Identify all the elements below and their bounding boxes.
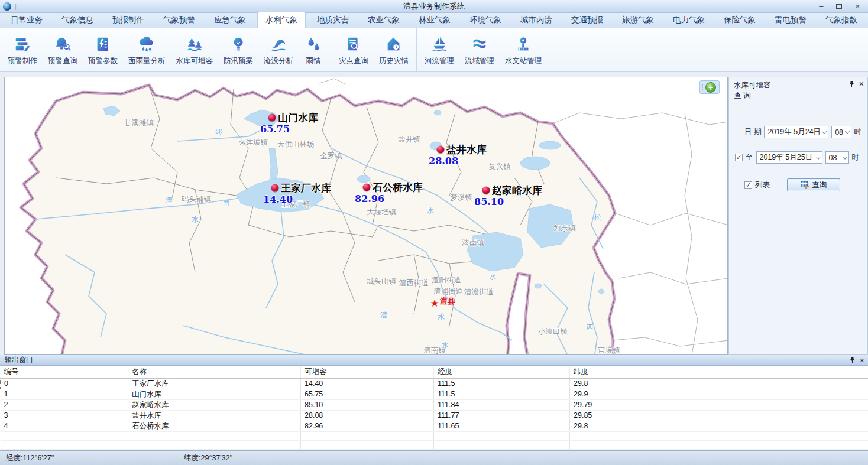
menu-tab-预报制作[interactable]: 预报制作: [105, 12, 152, 28]
disaster-point-query-button[interactable]: 灾点查询: [333, 28, 374, 71]
restore-button[interactable]: [836, 4, 842, 9]
window-title: 澧县业务制作系统: [0, 1, 868, 12]
reservoir-marker-盐井水库[interactable]: [437, 146, 445, 154]
hour-to-select[interactable]: 08: [825, 151, 849, 164]
menu-tab-气象信息[interactable]: 气象信息: [54, 12, 101, 28]
reservoir-name-赵家峪水库: 赵家峪水库: [492, 184, 542, 197]
map-canvas[interactable]: 甘溪滩镇火连坡镇天供山林场金罗镇盐井镇复兴镇码头铺镇王家厂镇大堰垱镇梦溪镇涔南镇…: [4, 77, 728, 355]
table-cell: [1, 440, 128, 449]
table-cell: 28.08: [301, 410, 434, 421]
list-checkbox[interactable]: ✓: [744, 181, 752, 189]
drag-grip-icon: [702, 84, 703, 90]
river-label: 澧: [166, 196, 173, 206]
panel-title: 水库可增容: [734, 80, 771, 90]
reservoir-marker-赵家峪水库[interactable]: [482, 187, 490, 194]
toolbar-group: 预警制作预警查询预警参数面雨量分析水库可增容防汛预案淹没分析雨情: [0, 28, 331, 71]
table-row[interactable]: 1山门水库65.75111.529.9: [1, 389, 868, 399]
to-checkbox[interactable]: ✓: [735, 154, 743, 161]
river-label: 澧: [380, 310, 387, 320]
table-cell: 85.10: [301, 399, 434, 410]
table-cell: [1, 431, 128, 440]
hour-from-select[interactable]: 08: [831, 126, 851, 138]
date-from-select[interactable]: 2019年 5月24日: [764, 126, 828, 138]
reservoir-name-石公桥水库: 石公桥水库: [373, 181, 423, 194]
make-warning-button[interactable]: 预警制作: [2, 28, 43, 71]
menu-tab-林业气象[interactable]: 林业气象: [411, 12, 458, 28]
flood-plan-button[interactable]: 防汛预案: [218, 28, 258, 71]
table-cell: 111.77: [434, 410, 570, 421]
table-cell: [710, 440, 868, 449]
table-cell: 29.8: [570, 378, 710, 389]
reservoir-value-石公桥水库: 82.96: [355, 193, 384, 204]
menu-tab-保险气象[interactable]: 保险气象: [716, 12, 763, 28]
menu-tab-气象指数[interactable]: 气象指数: [818, 12, 865, 28]
toolbar-label: 历史灾情: [379, 56, 409, 66]
date-to-select[interactable]: 2019年 5月25日: [756, 151, 822, 164]
table-cell: [570, 431, 710, 440]
reservoir-capacity-button[interactable]: 水库可增容: [171, 28, 219, 71]
toolbar-label: 防汛预案: [224, 56, 253, 66]
reservoir-value-山门水库: 65.75: [260, 123, 290, 135]
town-label-火连坡镇: 火连坡镇: [238, 138, 268, 148]
menu-bar: 日常业务气象信息预报制作气象预警应急气象水利气象地质灾害农业气象林业气象环境气象…: [0, 13, 868, 28]
toolbar-label: 水文站管理: [505, 56, 542, 66]
map-zoom-control[interactable]: +: [699, 80, 720, 94]
table-row[interactable]: 2赵家峪水库85.10111.8429.79: [1, 399, 868, 410]
panel-subtitle: 查 询: [729, 90, 867, 103]
menu-tab-电力气象[interactable]: 电力气象: [665, 12, 712, 28]
table-row[interactable]: 4石公桥水库82.96111.6529.8: [1, 421, 868, 431]
menu-tab-城市内涝[interactable]: 城市内涝: [513, 12, 560, 28]
warning-query-button[interactable]: 预警查询: [43, 28, 83, 71]
column-header-编号: 编号: [1, 366, 128, 378]
warning-params-button[interactable]: 预警参数: [83, 28, 123, 71]
river-label: 水: [442, 340, 449, 350]
area-rain-analysis-button[interactable]: 面雨量分析: [123, 28, 171, 71]
river-management-button[interactable]: 河流管理: [419, 28, 459, 71]
toolbar-group: 灾点查询历史灾情: [331, 28, 416, 71]
town-label-甘溪滩镇: 甘溪滩镇: [124, 118, 154, 128]
inundation-analysis-icon: [269, 35, 288, 54]
menu-tab-农业气象[interactable]: 农业气象: [360, 12, 407, 28]
reservoir-marker-石公桥水库[interactable]: [363, 184, 371, 191]
disaster-history-button[interactable]: 历史灾情: [374, 28, 414, 71]
hydrostation-management-button[interactable]: 水文站管理: [500, 28, 548, 71]
table-row[interactable]: 0王家厂水库14.40111.529.8: [1, 378, 868, 389]
menu-tab-地质灾害[interactable]: 地质灾害: [309, 12, 357, 28]
zoom-in-icon[interactable]: +: [705, 82, 716, 93]
close-button[interactable]: ×: [855, 2, 860, 10]
panel-close-icon[interactable]: ×: [859, 80, 864, 87]
menu-tab-气象预警[interactable]: 气象预警: [156, 12, 203, 28]
table-cell: 65.75: [301, 389, 434, 399]
reservoir-marker-王家厂水库[interactable]: [271, 184, 279, 192]
output-close-icon[interactable]: ×: [860, 357, 864, 364]
menu-tab-旅游气象[interactable]: 旅游气象: [614, 12, 662, 28]
table-cell: [128, 440, 301, 449]
basin-management-button[interactable]: 流域管理: [459, 28, 500, 71]
query-button[interactable]: 查询: [787, 178, 840, 191]
menu-tab-雷电预警[interactable]: 雷电预警: [767, 12, 814, 28]
table-cell: 4: [1, 421, 128, 431]
toolbar-label: 预警查询: [48, 56, 77, 66]
minimize-button[interactable]: –: [819, 2, 823, 10]
menu-tab-日常业务[interactable]: 日常业务: [3, 12, 50, 28]
table-row[interactable]: 3盐井水库28.08111.7729.85: [1, 410, 868, 421]
menu-tab-应急气象[interactable]: 应急气象: [206, 12, 254, 28]
reservoir-marker-山门水库[interactable]: [268, 114, 276, 122]
inundation-analysis-button[interactable]: 淹没分析: [258, 28, 299, 71]
pin-icon[interactable]: [849, 81, 854, 87]
basin-management-icon: [470, 35, 489, 54]
menu-tab-环境气象[interactable]: 环境气象: [462, 12, 509, 28]
river-label: 涔: [215, 128, 222, 138]
disaster-point-query-icon: [344, 35, 363, 54]
town-label-澧阳街道: 澧阳街道: [432, 275, 461, 285]
table-cell: [301, 431, 434, 440]
output-title: 输出窗口: [5, 355, 33, 365]
result-table[interactable]: 编号名称可增容经度纬度 0王家厂水库14.40111.529.81山门水库65.…: [0, 366, 868, 450]
toolbar-label: 预警制作: [8, 56, 37, 66]
rain-info-button[interactable]: 雨情: [299, 28, 328, 71]
menu-tab-交通预报[interactable]: 交通预报: [563, 12, 611, 28]
pin-icon[interactable]: [850, 357, 855, 363]
menu-tab-水利气象[interactable]: 水利气象: [257, 12, 306, 28]
chevron-down-icon: [815, 154, 820, 159]
table-cell: 82.96: [301, 421, 434, 431]
